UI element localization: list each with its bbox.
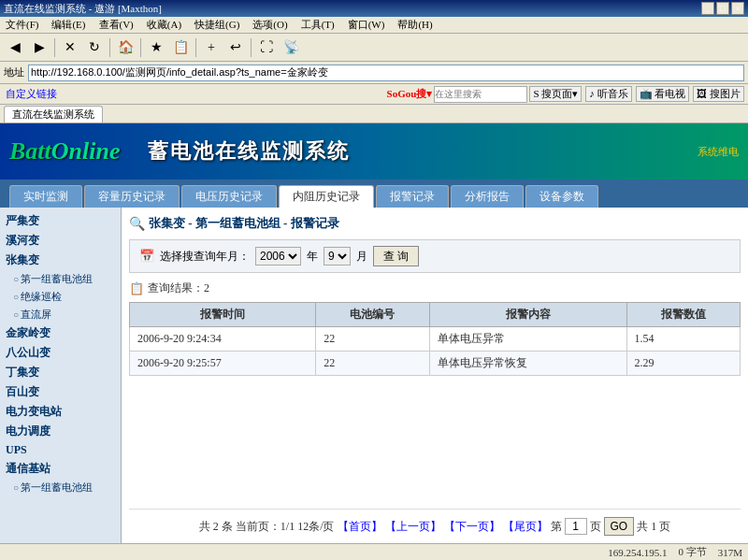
browser-tab-active[interactable]: 直流在线监测系统 — [4, 106, 103, 122]
first-page-btn[interactable]: 【首页】 — [338, 520, 382, 533]
menu-tools[interactable]: 工具(T) — [299, 18, 337, 32]
next-page-btn[interactable]: 【下一页】 — [444, 520, 500, 533]
sidebar-item-jueluanjiancha[interactable]: ○ 绝缘巡检 — [0, 288, 121, 306]
results-header: 📋 查询结果：2 — [129, 280, 741, 296]
go-button[interactable]: GO — [604, 517, 635, 536]
menu-window[interactable]: 窗口(W) — [346, 18, 387, 32]
cell-content-2: 单体电压异常恢复 — [429, 352, 626, 376]
custom-links[interactable]: 自定义链接 — [4, 87, 59, 101]
menu-options[interactable]: 选项(O) — [251, 18, 289, 32]
page-content: BattOnline 蓄电池在线监测系统 系统维电 实时监测 容量历史记录 电压… — [0, 123, 748, 543]
sidebar-item-zhijiepin[interactable]: ○ 直流屏 — [0, 306, 121, 323]
refresh-btn[interactable]: ↻ — [83, 37, 106, 58]
page-number-input[interactable] — [565, 518, 587, 535]
table-row: 2006-9-20 9:24:34 22 单体电压异常 1.54 — [130, 327, 741, 352]
minimize-btn[interactable]: _ — [701, 2, 714, 15]
sidebar-item-zhangjibian[interactable]: 张集变 — [0, 251, 121, 270]
menu-file[interactable]: 文件(F) — [4, 18, 40, 32]
total-pages: 共 1 页 — [637, 520, 670, 533]
breadcrumb: 张集变 - 第一组蓄电池组 - 报警记录 — [149, 215, 339, 232]
stop-btn[interactable]: ✕ — [59, 37, 81, 58]
sidebar-item-xihebian[interactable]: 溪河变 — [0, 231, 121, 251]
toolbar-separator-2 — [109, 38, 110, 57]
menu-bar: 文件(F) 编辑(E) 查看(V) 收藏(A) 快捷组(G) 选项(O) 工具(… — [0, 17, 748, 34]
sidebar-item-yanjibian[interactable]: 严集变 — [0, 211, 121, 231]
sidebar-item-dianlitiaodu[interactable]: 电力调度 — [0, 422, 121, 441]
tab-voltage-history[interactable]: 电压历史记录 — [181, 185, 277, 208]
search-images-btn[interactable]: 🖼 搜图片 — [693, 86, 744, 102]
listen-music-btn[interactable]: ♪ 听音乐 — [585, 86, 631, 102]
logo-online: Online — [51, 137, 121, 165]
tab-internal-history[interactable]: 内阻历史记录 — [279, 185, 374, 208]
sidebar: 严集变 溪河变 张集变 ○ 第一组蓄电池组 ○ 绝缘巡检 ○ 直流屏 金家岭变 … — [0, 208, 122, 543]
address-bar: 地址 — [0, 62, 748, 84]
menu-edit[interactable]: 编辑(E) — [50, 18, 87, 32]
back-btn[interactable]: ◀ — [4, 37, 26, 58]
sidebar-item-dianlibian[interactable]: 电力变电站 — [0, 402, 121, 422]
status-bar: 169.254.195.1 0 字节 317M — [0, 543, 748, 560]
circle-icon-2: ○ — [13, 292, 19, 302]
new-tab-btn[interactable]: + — [200, 37, 223, 58]
page-header: 🔍 张集变 - 第一组蓄电池组 - 报警记录 — [129, 215, 741, 232]
search-btn[interactable]: S 搜页面▾ — [529, 86, 582, 102]
sidebar-item-group1[interactable]: ○ 第一组蓄电池组 — [0, 270, 121, 288]
undo-btn[interactable]: ↩ — [224, 37, 247, 58]
sidebar-item-bagong[interactable]: 八公山变 — [0, 343, 121, 363]
links-bar: 自定义链接 SoGou搜▾ S 搜页面▾ ♪ 听音乐 📺 看电视 🖼 搜图片 — [0, 84, 748, 105]
results-label: 查询结果：2 — [148, 280, 209, 296]
menu-help[interactable]: 帮助(H) — [396, 18, 434, 32]
sidebar-item-baishan[interactable]: 百山变 — [0, 382, 121, 402]
data-table: 报警时间 电池编号 报警内容 报警数值 2006-9-20 9:24:34 22… — [129, 302, 741, 376]
last-page-btn[interactable]: 【尾页】 — [503, 520, 548, 533]
cell-content-1: 单体电压异常 — [429, 327, 626, 352]
circle-icon-1: ○ — [13, 274, 19, 284]
maximize-btn[interactable]: □ — [716, 2, 729, 15]
table-row: 2006-9-20 9:25:57 22 单体电压异常恢复 2.29 — [130, 352, 741, 376]
sidebar-item-group1-2[interactable]: ○ 第一组蓄电池组 — [0, 479, 121, 496]
month-select[interactable]: 9 — [324, 247, 351, 266]
watch-tv-btn[interactable]: 📺 看电视 — [636, 86, 690, 102]
forward-btn[interactable]: ▶ — [28, 37, 50, 58]
history-btn[interactable]: 📋 — [169, 37, 192, 58]
status-charset: 0 字节 — [678, 545, 706, 559]
search-label: 选择搜查询年月： — [160, 249, 250, 265]
close-btn[interactable]: × — [731, 2, 744, 15]
col-header-time: 报警时间 — [130, 303, 316, 327]
sidebar-item-jinjialing[interactable]: 金家岭变 — [0, 323, 121, 343]
tab-capacity-history[interactable]: 容量历史记录 — [84, 185, 180, 208]
tab-settings[interactable]: 设备参数 — [525, 185, 598, 208]
calendar-icon: 📅 — [139, 249, 154, 264]
address-input[interactable] — [28, 65, 744, 81]
month-label: 月 — [356, 249, 367, 265]
menu-favorites[interactable]: 收藏(A) — [145, 18, 183, 32]
tab-nav: 实时监测 容量历史记录 电压历史记录 内阻历史记录 报警记录 分析报告 设备参数 — [0, 179, 748, 208]
favorites-btn[interactable]: ★ — [145, 37, 167, 58]
cell-value-2: 2.29 — [626, 352, 740, 376]
cell-time-2: 2006-9-20 9:25:57 — [130, 352, 316, 376]
menu-quickgroup[interactable]: 快捷组(G) — [193, 18, 241, 32]
tab-realtime[interactable]: 实时监测 — [9, 185, 82, 208]
address-label: 地址 — [4, 65, 24, 79]
fullscreen-btn[interactable]: ⛶ — [255, 37, 278, 58]
tab-alarm-log[interactable]: 报警记录 — [376, 185, 449, 208]
pagination: 共 2 条 当前页：1/1 12条/页 【首页】 【上一页】 【下一页】 【尾页… — [129, 509, 741, 536]
sidebar-item-dingji[interactable]: 丁集变 — [0, 363, 121, 382]
logo-batt: Batt — [9, 137, 51, 165]
sogou-logo: SoGou搜▾ — [387, 87, 433, 101]
search-icon: 🔍 — [129, 216, 145, 232]
tab-analysis[interactable]: 分析报告 — [451, 185, 524, 208]
status-ip: 169.254.195.1 — [608, 547, 667, 558]
query-button[interactable]: 查 询 — [373, 246, 419, 266]
rss-btn[interactable]: 📡 — [280, 37, 302, 58]
home-btn[interactable]: 🏠 — [114, 37, 137, 58]
col-header-content: 报警内容 — [429, 303, 626, 327]
search-input[interactable] — [434, 86, 527, 103]
sidebar-item-ups[interactable]: UPS — [0, 441, 121, 459]
prev-page-btn[interactable]: 【上一页】 — [385, 520, 441, 533]
year-select[interactable]: 2006 — [255, 247, 301, 266]
page-unit: 页 — [590, 520, 604, 533]
toolbar-separator-4 — [195, 38, 196, 57]
sidebar-item-tongxin[interactable]: 通信基站 — [0, 459, 121, 479]
menu-view[interactable]: 查看(V) — [97, 18, 136, 32]
toolbar-separator-5 — [251, 38, 252, 57]
